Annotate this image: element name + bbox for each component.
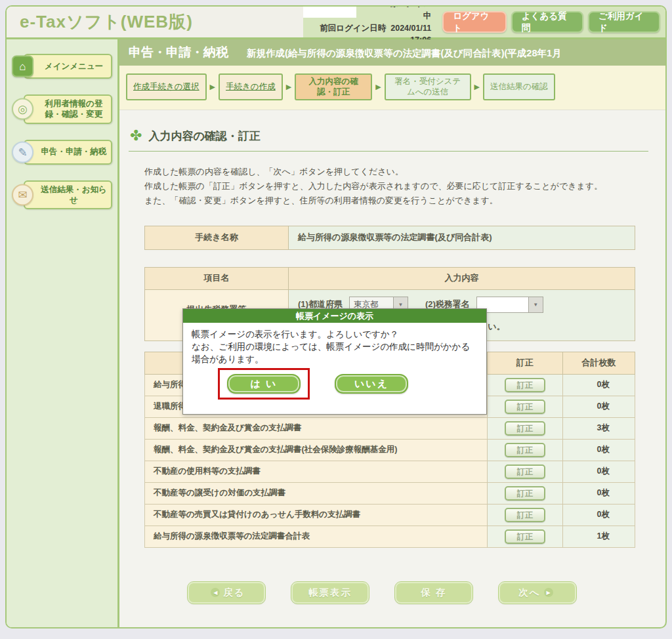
bottom-buttons: ◀ 戻る 帳票表示 保 存 次へ ▶ <box>188 582 648 604</box>
last-login-label: 前回ログイン日時 <box>320 24 386 33</box>
home-icon: ⌂ <box>12 56 33 77</box>
correct-button[interactable]: 訂正 <box>505 486 545 501</box>
back-button[interactable]: ◀ 戻る <box>188 582 265 604</box>
table-row: 報酬、料金、契約金及び賞金の支払調書(社会保険診療報酬基金用) 訂正 0枚 <box>145 439 635 461</box>
form-count: 0枚 <box>563 504 635 526</box>
form-count: 0枚 <box>563 396 635 417</box>
instruction-line: また、「確認・変更」ボタンを押すと、住所等の利用者情報の変更を行うことができます… <box>144 194 648 208</box>
user-info-icon: ◎ <box>12 98 33 120</box>
step-arrow-icon: ▶ <box>474 73 480 100</box>
table-row: 報酬、料金、契約金及び賞金の支払調書 訂正 3枚 <box>145 417 635 439</box>
correct-button[interactable]: 訂正 <box>505 443 545 457</box>
faq-button[interactable]: よくある質問 <box>511 11 583 33</box>
next-button[interactable]: 次へ ▶ <box>499 582 576 604</box>
yes-button[interactable]: は い <box>227 374 301 394</box>
page-top: ページ先頭へ <box>129 626 644 629</box>
form-count: 0枚 <box>563 374 635 396</box>
instructions: 作成した帳票の内容を確認し、「次へ」ボタンを押してください。 作成した帳票の「訂… <box>144 165 648 208</box>
step-arrow-icon: ▶ <box>375 73 381 100</box>
login-status-text: 様ログイン中 <box>384 5 431 22</box>
instruction-line: 作成した帳票の内容を確認し、「次へ」ボタンを押してください。 <box>144 165 648 179</box>
step-arrow-icon: ▶ <box>210 73 215 100</box>
step-select-procedure[interactable]: 作成手続きの選択 <box>126 73 207 100</box>
step-sign-send: 署名・受付システムへの送信 <box>385 73 471 100</box>
column-header-input: 入力内容 <box>289 267 635 289</box>
header-right: 様ログイン中 前回ログイン日時 2024/01/11 17:06 ログアウト よ… <box>303 7 665 37</box>
page-category: 申告・申請・納税 <box>129 44 228 61</box>
dialog-title: 帳票イメージの表示 <box>183 309 486 323</box>
form-view-button[interactable]: 帳票表示 <box>291 582 369 604</box>
table-row: 給与所得の源泉徴収票等の法定調書合計表 訂正 1枚 <box>145 526 635 547</box>
sidebar-item-results[interactable]: ✉ 送信結果・お知らせ <box>16 180 112 210</box>
correct-button[interactable]: 訂正 <box>505 529 545 544</box>
column-header-item: 項目名 <box>145 267 289 289</box>
correct-button[interactable]: 訂正 <box>505 464 545 479</box>
instruction-line: 作成した帳票の「訂正」ボタンを押すと、入力した内容が表示されますので、必要に応じ… <box>144 179 648 194</box>
correct-button[interactable]: 訂正 <box>505 508 545 522</box>
form-image-dialog: 帳票イメージの表示 帳票イメージの表示を行います。よろしいですか？ なお、ご利用… <box>182 308 487 415</box>
form-count: 0枚 <box>563 482 635 504</box>
highlight-red-box: は い <box>218 368 310 400</box>
form-count: 3枚 <box>563 417 635 439</box>
header: e-Taxソフト(WEB版) 様ログイン中 前回ログイン日時 2024/01/1… <box>7 7 665 39</box>
dialog-message: 帳票イメージの表示を行います。よろしいですか？ なお、ご利用の環境によっては、帳… <box>183 323 486 365</box>
sidebar-item-user-info[interactable]: ◎ 利用者情報の登録・確認・変更 <box>16 94 112 124</box>
procedure-name-label: 手続き名称 <box>145 226 289 249</box>
quill-icon <box>581 627 590 629</box>
form-count: 0枚 <box>563 439 635 461</box>
table-row: 不動産の使用料等の支払調書 訂正 0枚 <box>145 461 635 482</box>
correct-button[interactable]: 訂正 <box>505 421 545 436</box>
table-row: 不動産等の譲受けの対価の支払調書 訂正 0枚 <box>145 482 635 504</box>
form-count: 1枚 <box>563 526 635 547</box>
guide-button[interactable]: ご利用ガイド <box>588 11 660 33</box>
form-count: 0枚 <box>563 461 635 482</box>
sidebar-item-filing[interactable]: ✎ 申告・申請・納税 <box>16 140 112 165</box>
sidebar-item-main-menu[interactable]: ⌂ メインメニュー <box>16 54 112 79</box>
sidebar: ⌂ メインメニュー ◎ 利用者情報の登録・確認・変更 ✎ 申告・申請・納税 ✉ … <box>7 39 119 627</box>
sidebar-item-label[interactable]: 送信結果・お知らせ <box>24 180 112 210</box>
page-subtitle: 新規作成(給与所得の源泉徴収票等の法定調書(及び同合計表)(平成28年1月 <box>247 47 562 60</box>
procedure-name-table: 手続き名称 給与所得の源泉徴収票等の法定調書(及び同合計表) <box>144 226 635 250</box>
section-title: 入力内容の確認・訂正 <box>148 129 260 144</box>
pencil-document-icon: ✎ <box>12 141 33 163</box>
dialog-buttons: は い いいえ <box>218 368 486 400</box>
back-arrow-icon: ◀ <box>211 588 220 597</box>
column-header-correct: 訂正 <box>488 352 563 374</box>
step-check-result: 送信結果の確認 <box>483 73 555 100</box>
step-confirm-input: 入力内容の確認・訂正 <box>295 73 372 100</box>
mail-icon: ✉ <box>12 184 33 205</box>
sidebar-item-label[interactable]: 利用者情報の登録・確認・変更 <box>24 94 112 124</box>
logout-button[interactable]: ログアウト <box>442 11 507 33</box>
table-row: 不動産等の売買又は貸付けのあっせん手数料の支払調書 訂正 0枚 <box>145 504 635 526</box>
etax-logo: e-Taxソフト(WEB版) <box>7 7 303 37</box>
step-navigation: 作成手続きの選択 ▶ 手続きの作成 ▶ 入力内容の確認・訂正 ▶ 署名・受付シス… <box>119 66 665 110</box>
column-header-count: 合計枚数 <box>563 352 635 374</box>
page-title-bar: 申告・申請・納税 新規作成(給与所得の源泉徴収票等の法定調書(及び同合計表)(平… <box>119 39 665 66</box>
save-button[interactable]: 保 存 <box>395 582 472 604</box>
sidebar-item-label[interactable]: メインメニュー <box>24 54 112 79</box>
procedure-name-value: 給与所得の源泉徴収票等の法定調書(及び同合計表) <box>289 226 635 249</box>
chevron-down-icon: ▼ <box>528 297 543 312</box>
next-arrow-icon: ▶ <box>544 588 553 597</box>
correct-button[interactable]: 訂正 <box>505 400 545 414</box>
page-top-link[interactable]: ページ先頭へ <box>581 626 644 629</box>
sidebar-item-label[interactable]: 申告・申請・納税 <box>24 140 112 165</box>
step-arrow-icon: ▶ <box>286 73 291 100</box>
step-create-procedure[interactable]: 手続きの作成 <box>219 73 283 100</box>
clover-icon: ✤ <box>130 127 142 144</box>
no-button[interactable]: いいえ <box>335 374 408 394</box>
correct-button[interactable]: 訂正 <box>505 378 545 392</box>
redacted-username <box>303 5 356 18</box>
